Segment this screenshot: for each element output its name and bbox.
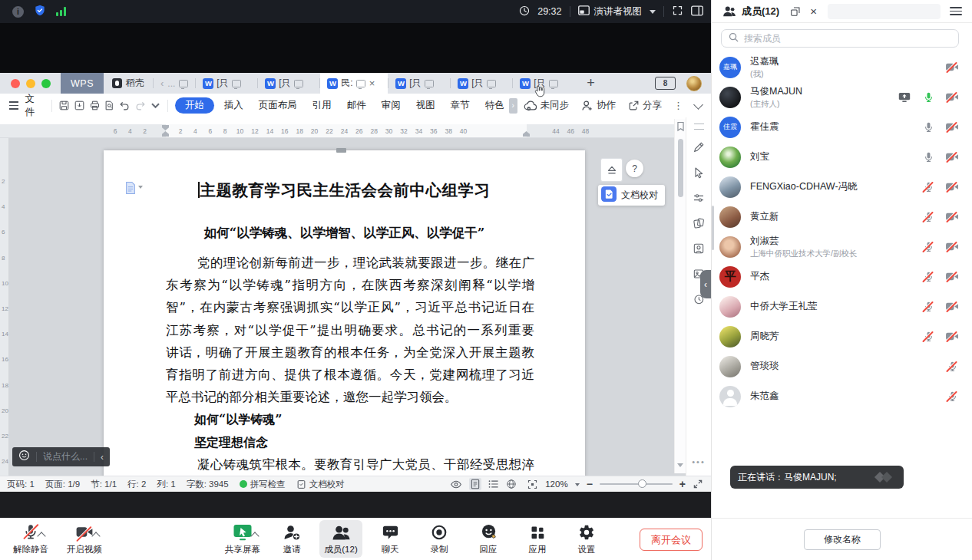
share-screen-button[interactable]: 共享屏幕 (221, 520, 264, 558)
more-features-icon[interactable]: › (509, 98, 517, 114)
quick-chat-pill[interactable]: 说点什么... ‹ (12, 447, 110, 466)
scrollbar-thumb[interactable] (678, 139, 683, 197)
export-icon[interactable] (72, 97, 88, 114)
eye-protect-icon[interactable] (450, 479, 462, 489)
rename-button[interactable]: 修改名称 (804, 529, 881, 550)
proofread-status-button[interactable]: 文档校对 (296, 479, 345, 490)
ribbon-tab-9[interactable]: 特色 (478, 99, 512, 112)
statusbar-field[interactable]: 行: 2 (127, 479, 146, 490)
wps-doc-tab-2[interactable]: W[只 (258, 73, 319, 94)
member-list-scrollbar[interactable] (712, 206, 714, 250)
print-preview-icon[interactable] (102, 97, 117, 114)
apps-button[interactable]: 应用 (516, 520, 559, 558)
edit-pen-icon[interactable] (689, 134, 709, 160)
ribbon-tab-1[interactable]: 开始 (175, 97, 214, 114)
redo-icon[interactable] (133, 97, 148, 114)
wps-doc-tab-4[interactable]: W[只 (388, 73, 450, 94)
wps-doc-tab-5[interactable]: W[只 (451, 73, 512, 94)
docer-tab[interactable]: 稻壳 (104, 77, 153, 90)
history-dropdown-icon[interactable] (147, 97, 163, 114)
ribbon-tab-4[interactable]: 引用 (305, 99, 339, 112)
select-cursor-icon[interactable] (689, 160, 709, 185)
outline-view-icon[interactable] (488, 479, 499, 489)
doc-proofread-float-button[interactable]: 文档校对 (598, 185, 665, 206)
ribbon-tab-2[interactable]: 插入 (217, 99, 251, 112)
start-video-button[interactable]: 开启视频 (63, 520, 106, 558)
leave-meeting-button[interactable]: 离开会议 (640, 529, 703, 551)
material-cards-icon[interactable] (689, 210, 709, 236)
emoji-smiley-icon[interactable] (18, 450, 30, 464)
statusbar-field[interactable]: 节: 1/1 (91, 479, 117, 490)
zoom-slider[interactable] (600, 483, 673, 485)
side-panel-toggle-icon[interactable] (691, 5, 703, 18)
meeting-info-icon[interactable]: i (12, 6, 24, 18)
fit-page-icon[interactable] (527, 479, 538, 490)
unmute-button[interactable]: 解除静音 (9, 520, 52, 558)
sidebar-handle-icon[interactable] (694, 124, 704, 130)
fullscreen-doc-icon[interactable] (693, 479, 703, 489)
collaborate-button[interactable]: 协作 (577, 99, 620, 112)
collapse-chat-icon[interactable]: ‹ (101, 452, 104, 463)
member-row[interactable]: FENGXiao-CDHAW-冯晓 (712, 172, 972, 202)
undo-icon[interactable] (117, 97, 133, 114)
wps-home-button[interactable]: WPS (61, 73, 104, 94)
bookmark-icon[interactable] (676, 121, 685, 135)
ribbon-tab-7[interactable]: 视图 (408, 99, 443, 112)
member-row[interactable]: 佳震霍佳震 (712, 112, 972, 142)
member-row[interactable]: 马俊MAJUN(主持人) (712, 82, 972, 112)
member-row[interactable]: 周晓芳 (712, 321, 972, 351)
member-row[interactable]: 黄立新 (712, 202, 972, 232)
file-menu[interactable]: 文件 (25, 93, 41, 119)
popout-panel-icon[interactable] (790, 6, 801, 17)
tab-list-button[interactable]: 8 (655, 77, 676, 90)
settings-button[interactable]: 设置 (565, 520, 608, 558)
statusbar-field[interactable]: 页码: 1 (7, 479, 35, 490)
zoom-in-button[interactable]: + (679, 478, 686, 490)
chat-button[interactable]: 聊天 (369, 520, 412, 558)
page-view-icon[interactable] (469, 478, 481, 490)
web-view-icon[interactable] (506, 479, 517, 489)
chat-input-placeholder[interactable]: 说点什么... (43, 450, 88, 463)
collapse-panel-tab[interactable]: ‹ (700, 270, 711, 298)
print-icon[interactable] (87, 97, 102, 114)
fullscreen-icon[interactable] (672, 5, 683, 18)
spellcheck-status[interactable]: 拼写检查 (240, 479, 286, 490)
zoom-dropdown-icon[interactable] (575, 483, 580, 489)
document-scrollbar[interactable] (674, 119, 686, 473)
security-shield-icon[interactable] (34, 4, 46, 20)
ribbon-tab-8[interactable]: 章节 (443, 99, 478, 112)
new-tab-button[interactable]: + (587, 75, 595, 91)
statusbar-field[interactable]: 页面: 1/9 (45, 479, 80, 490)
member-row[interactable]: 嘉珮迟嘉珮(我) (712, 52, 972, 82)
user-avatar[interactable] (686, 76, 702, 91)
document-page[interactable]: 主题教育学习民主生活会会前中心组学习 如何“以学铸魂、以学增智、以学正风、以学促… (104, 150, 585, 476)
collapse-ribbon-icon[interactable] (693, 100, 703, 110)
statusbar-field[interactable]: 字数: 3945 (187, 479, 229, 490)
member-row[interactable]: 刘宝 (712, 142, 972, 172)
chevron-down-icon[interactable] (650, 10, 656, 17)
record-button[interactable]: 录制 (418, 520, 461, 558)
member-row[interactable]: 管琰琰 (712, 351, 972, 381)
save-icon[interactable] (57, 97, 72, 114)
paragraph-doc-icon[interactable] (124, 181, 143, 195)
window-traffic-lights[interactable] (11, 79, 51, 88)
member-row[interactable]: 朱范鑫 (712, 381, 972, 411)
portrait-icon[interactable] (689, 236, 709, 261)
statusbar-field[interactable]: 列: 1 (157, 479, 175, 490)
ribbon-tab-6[interactable]: 审阅 (374, 99, 408, 112)
ribbon-tab-3[interactable]: 页面布局 (251, 99, 305, 112)
member-row[interactable]: 刘淑芸上海中侨职业技术大学/副校长 (712, 232, 972, 262)
menu-hamburger-icon[interactable] (950, 7, 962, 15)
scroll-down-arrow[interactable] (677, 463, 683, 470)
close-tab-icon[interactable]: × (369, 77, 375, 89)
adjust-sliders-icon[interactable] (689, 185, 709, 210)
share-button[interactable]: 分享 (623, 99, 666, 112)
view-mode-selector[interactable]: 演讲者视图 (594, 5, 643, 18)
ribbon-tab-5[interactable]: 邮件 (339, 99, 374, 112)
search-members-input[interactable]: 搜索成员 (721, 29, 959, 48)
close-panel-icon[interactable]: × (810, 5, 817, 18)
network-signal-icon[interactable] (56, 7, 66, 16)
more-options-icon[interactable]: ⋮ (669, 100, 687, 111)
zoom-level[interactable]: 120% (545, 479, 567, 489)
member-row[interactable]: 中侨大学王礼莹 (712, 292, 972, 321)
